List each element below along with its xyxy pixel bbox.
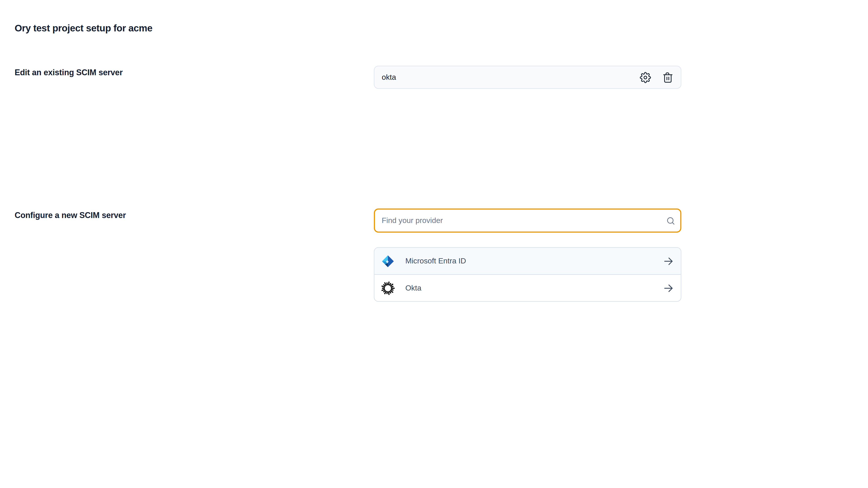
arrow-right-icon bbox=[663, 255, 674, 267]
section-configure-new-scim: Configure a new SCIM server bbox=[15, 208, 868, 302]
provider-name: Microsoft Entra ID bbox=[405, 257, 663, 265]
provider-name: Okta bbox=[405, 284, 663, 292]
server-settings-button[interactable] bbox=[638, 70, 653, 85]
okta-logo bbox=[381, 281, 395, 295]
provider-search-input[interactable] bbox=[374, 208, 681, 233]
provider-list: Microsoft Entra ID bbox=[374, 247, 681, 302]
create-section-control-col: Microsoft Entra ID bbox=[374, 208, 681, 302]
scim-setup-page: Ory test project setup for acme Edit an … bbox=[0, 0, 868, 302]
server-name-label: okta bbox=[382, 73, 638, 81]
provider-row-okta[interactable]: Okta bbox=[374, 275, 681, 301]
edit-section-control-col: okta bbox=[374, 66, 681, 89]
section-edit-existing-scim: Edit an existing SCIM server okta bbox=[15, 66, 868, 89]
app-canvas: Ory test project setup for acme Edit an … bbox=[0, 0, 868, 488]
edit-section-label-col: Edit an existing SCIM server bbox=[15, 66, 374, 77]
trash-icon bbox=[662, 72, 674, 83]
provider-search bbox=[374, 208, 681, 233]
gear-icon bbox=[640, 72, 651, 83]
existing-server-row[interactable]: okta bbox=[374, 66, 681, 89]
page-title: Ory test project setup for acme bbox=[15, 0, 868, 34]
microsoft-entra-id-logo bbox=[381, 254, 395, 268]
provider-row-microsoft-entra-id[interactable]: Microsoft Entra ID bbox=[374, 248, 681, 275]
edit-section-heading: Edit an existing SCIM server bbox=[15, 67, 374, 77]
server-delete-button[interactable] bbox=[660, 70, 675, 85]
create-section-heading: Configure a new SCIM server bbox=[15, 210, 374, 220]
create-section-label-col: Configure a new SCIM server bbox=[15, 208, 374, 220]
arrow-right-icon bbox=[663, 283, 674, 294]
